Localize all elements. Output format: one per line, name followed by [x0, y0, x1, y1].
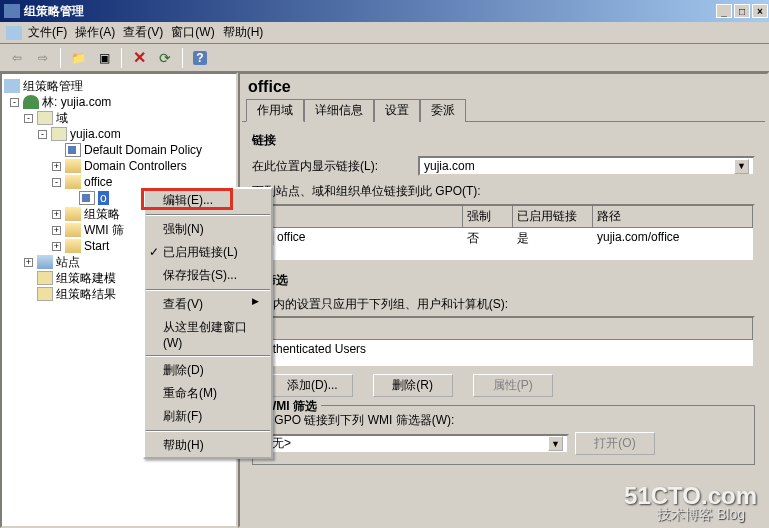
tab-strip: 作用域 详细信息 设置 委派	[242, 98, 765, 122]
help-button[interactable]: ?	[189, 47, 211, 69]
root-icon	[4, 79, 20, 93]
tree-forest[interactable]: 林: yujia.com	[42, 94, 111, 111]
tree-office[interactable]: office	[84, 175, 112, 189]
expand-icon[interactable]: +	[52, 210, 61, 219]
delete-button[interactable]: ✕	[128, 47, 150, 69]
menu-action[interactable]: 操作(A)	[75, 24, 115, 41]
result-icon	[37, 287, 53, 301]
ou-icon	[65, 159, 81, 173]
tree-gp1[interactable]: 组策略	[84, 206, 120, 223]
tab-details[interactable]: 详细信息	[304, 99, 374, 122]
chevron-down-icon: ▼	[734, 159, 749, 174]
expand-icon[interactable]: +	[52, 162, 61, 171]
col-location[interactable]: 置	[254, 206, 463, 227]
menu-view[interactable]: 查看(V)	[123, 24, 163, 41]
page-heading: office	[242, 76, 765, 98]
tab-scope[interactable]: 作用域	[246, 99, 304, 122]
menu-window[interactable]: 窗口(W)	[171, 24, 214, 41]
wmi-dropdown[interactable]: <无> ▼	[259, 434, 569, 454]
domains-icon	[37, 111, 53, 125]
tree-office-gpo[interactable]: o	[98, 191, 109, 205]
sites-icon	[37, 255, 53, 269]
policy-icon	[65, 143, 81, 157]
collapse-icon[interactable]: -	[24, 114, 33, 123]
menu-help[interactable]: 帮助(H)	[223, 24, 264, 41]
app-icon	[4, 4, 20, 18]
back-button[interactable]: ⇦	[6, 47, 28, 69]
tree-wmi[interactable]: WMI 筛	[84, 222, 124, 239]
collapse-icon[interactable]: -	[38, 130, 47, 139]
chevron-down-icon: ▼	[548, 436, 563, 451]
cell-location: office	[277, 230, 305, 244]
wmi-label: 此 GPO 链接到下列 WMI 筛选器(W):	[259, 412, 748, 429]
tree-sites[interactable]: 站点	[56, 254, 80, 271]
details-pane: office 作用域 详细信息 设置 委派 链接 在此位置内显示链接(L): y…	[238, 72, 769, 528]
tab-settings[interactable]: 设置	[374, 99, 420, 122]
list-label: 下列站点、域和组织单位链接到此 GPO(T):	[252, 183, 755, 200]
menu-icon	[6, 26, 22, 40]
filter-list[interactable]: 称 Authenticated Users	[252, 316, 755, 368]
expand-icon[interactable]: +	[52, 226, 61, 235]
window-titlebar: 组策略管理 _ □ ×	[0, 0, 769, 22]
open-button: 打开(O)	[575, 432, 655, 455]
cell-force: 否	[463, 228, 513, 249]
menu-help[interactable]: 帮助(H)	[145, 434, 271, 457]
tree-model[interactable]: 组策略建模	[56, 270, 116, 287]
expand-icon[interactable]: +	[52, 242, 61, 251]
menu-edit[interactable]: 编辑(E)...	[145, 189, 271, 212]
location-dropdown[interactable]: yujia.com ▼	[418, 156, 755, 176]
add-button[interactable]: 添加(D)...	[272, 374, 353, 397]
close-button[interactable]: ×	[752, 4, 768, 18]
tab-delegation[interactable]: 委派	[420, 99, 466, 122]
up-button[interactable]: 📁	[67, 47, 89, 69]
ou-icon	[65, 175, 81, 189]
expand-icon[interactable]: +	[24, 258, 33, 267]
forest-icon	[23, 95, 39, 109]
tree-root[interactable]: 组策略管理	[23, 78, 83, 95]
table-row[interactable]: Authenticated Users	[254, 340, 753, 358]
context-menu: 编辑(E)... 强制(N) 已启用链接(L) 保存报告(S)... 查看(V)…	[143, 187, 273, 459]
minimize-button[interactable]: _	[716, 4, 732, 18]
folder-icon	[65, 207, 81, 221]
menu-save-report[interactable]: 保存报告(S)...	[145, 264, 271, 287]
folder-icon	[65, 223, 81, 237]
filter-title: 全筛选	[252, 272, 755, 289]
links-list[interactable]: 置 强制 已启用链接 路径 office 否 是 yujia.com/offic…	[252, 204, 755, 262]
show-button[interactable]: ▣	[93, 47, 115, 69]
menu-bar: 文件(F) 操作(A) 查看(V) 窗口(W) 帮助(H)	[0, 22, 769, 44]
menu-file[interactable]: 文件(F)	[28, 24, 67, 41]
tree-start[interactable]: Start	[84, 239, 109, 253]
table-row[interactable]: office 否 是 yujia.com/office	[254, 228, 753, 249]
links-title: 链接	[252, 132, 755, 149]
wmi-group: WMI 筛选 此 GPO 链接到下列 WMI 筛选器(W): <无> ▼ 打开(…	[252, 405, 755, 465]
tree-domains[interactable]: 域	[56, 110, 68, 127]
col-path[interactable]: 路径	[593, 206, 753, 227]
tree-ddp[interactable]: Default Domain Policy	[84, 143, 202, 157]
menu-refresh[interactable]: 刷新(F)	[145, 405, 271, 428]
collapse-icon[interactable]: -	[52, 178, 61, 187]
menu-delete[interactable]: 删除(D)	[145, 359, 271, 382]
col-link-enabled[interactable]: 已启用链接	[513, 206, 593, 227]
col-name[interactable]: 称	[254, 318, 753, 339]
menu-force[interactable]: 强制(N)	[145, 218, 271, 241]
tree-result[interactable]: 组策略结果	[56, 286, 116, 303]
collapse-icon[interactable]: -	[10, 98, 19, 107]
refresh-button[interactable]: ⟳	[154, 47, 176, 69]
model-icon	[37, 271, 53, 285]
filter-label: PO 内的设置只应用于下列组、用户和计算机(S):	[252, 296, 755, 313]
menu-link-enabled[interactable]: 已启用链接(L)	[145, 241, 271, 264]
menu-rename[interactable]: 重命名(M)	[145, 382, 271, 405]
policy-icon	[79, 191, 95, 205]
remove-button[interactable]: 删除(R)	[373, 374, 453, 397]
tree-domain[interactable]: yujia.com	[70, 127, 121, 141]
forward-button[interactable]: ⇨	[32, 47, 54, 69]
toolbar: ⇦ ⇨ 📁 ▣ ✕ ⟳ ?	[0, 44, 769, 72]
tree-dc[interactable]: Domain Controllers	[84, 159, 187, 173]
menu-new-window[interactable]: 从这里创建窗口(W)	[145, 316, 271, 353]
col-force[interactable]: 强制	[463, 206, 513, 227]
show-links-label: 在此位置内显示链接(L):	[252, 158, 412, 175]
maximize-button[interactable]: □	[734, 4, 750, 18]
location-value: yujia.com	[424, 159, 475, 173]
properties-button: 属性(P)	[473, 374, 553, 397]
menu-view[interactable]: 查看(V)	[145, 293, 271, 316]
